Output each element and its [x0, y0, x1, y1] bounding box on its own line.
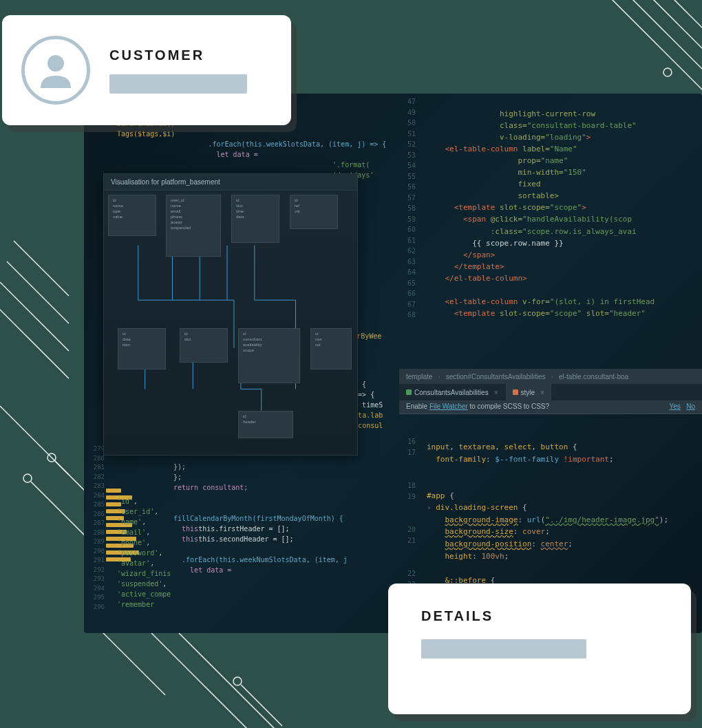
svg-line-3 [661, 0, 702, 41]
field-token: 'id' [117, 497, 134, 505]
line-number: 287 [88, 519, 105, 528]
svg-line-16 [151, 633, 248, 728]
file-watcher-bar: Enable File Watcher to compile SCSS to C… [399, 400, 702, 414]
visualization-panel[interactable]: Visualisation for platform_basement idna… [103, 173, 358, 456]
svg-line-8 [0, 303, 69, 378]
line-number: 281 [88, 463, 105, 473]
breadcrumb: template › section#ConsultantsAvailabili… [399, 369, 702, 384]
svg-line-7 [0, 282, 69, 351]
field-token: 'phone' [117, 539, 146, 546]
customer-name-placeholder [109, 74, 247, 94]
svg-point-9 [23, 474, 32, 482]
code-line: "loading" [545, 133, 586, 142]
svg-line-6 [7, 261, 69, 323]
tab-label: style [521, 389, 535, 396]
details-placeholder [421, 639, 586, 659]
breadcrumb-item[interactable]: section#ConsultantsAvailabilities [446, 373, 546, 381]
code-token: fillCalendarByMonth(firstMondayOfMonth) … [173, 515, 343, 522]
scss-file-icon [513, 389, 518, 395]
svg-line-13 [0, 406, 69, 475]
field-token: 'suspended' [117, 580, 162, 588]
viz-title: Visualisation for platform_basement [104, 174, 357, 191]
svg-point-10 [47, 453, 56, 462]
code-token: '.format( [332, 161, 370, 169]
code-token: .forEach(this.weekSlotsData, (item, j) =… [208, 140, 386, 148]
code-token: .forEach(this.weekNumSlotsData, (item, j [182, 556, 348, 564]
line-number: 293 [88, 575, 105, 584]
details-card: DETAILS [388, 584, 691, 714]
field-token: 'active_compe [117, 590, 171, 598]
line-number: 282 [88, 473, 105, 482]
code-token: Tags($tags,$i) [117, 130, 175, 138]
line-number: 284 [88, 491, 105, 501]
tab-label: ConsultantsAvailabilities [414, 389, 489, 396]
svg-point-4 [663, 68, 672, 76]
line-number: 294 [88, 584, 105, 594]
svg-point-17 [233, 677, 242, 685]
tab-bar: ConsultantsAvailabilities × style × [399, 384, 702, 400]
code-token: this.firstHeader = []; [198, 525, 289, 533]
line-number: 286 [88, 510, 105, 520]
svg-line-0 [599, 0, 702, 103]
tab-consultants[interactable]: ConsultantsAvailabilities × [399, 384, 506, 400]
line-number: 291 [88, 556, 105, 566]
line-number: 289 [88, 537, 105, 547]
watcher-no-link[interactable]: No [686, 403, 695, 410]
svg-line-1 [619, 0, 702, 83]
avatar-icon [21, 36, 90, 105]
line-number: 283 [88, 482, 105, 491]
svg-line-2 [640, 0, 702, 62]
viz-canvas[interactable]: idnametypevalue user_idnameemailphoneava… [104, 191, 357, 453]
line-numbers: 47 4950 5152 5354 5556 5758 5960 6162 63… [399, 96, 420, 321]
field-token: 'avatar' [117, 559, 150, 567]
details-title: DETAILS [421, 608, 658, 624]
customer-title: CUSTOMER [109, 47, 272, 63]
svg-point-20 [47, 55, 64, 72]
svg-line-18 [241, 685, 282, 726]
code-token: return consultant; [173, 484, 248, 491]
vue-file-icon [406, 389, 412, 395]
field-token: 'name' [117, 518, 142, 526]
line-number: 295 [88, 593, 105, 603]
svg-line-19 [179, 633, 275, 728]
line-number: 296 [88, 603, 105, 612]
line-number: 280 [88, 454, 105, 464]
line-number: 292 [88, 566, 105, 575]
code-line: v-loading= [500, 133, 545, 142]
code-token: }; [173, 473, 182, 481]
code-line: class= [500, 121, 527, 130]
code-token: this.secondHeader = []; [198, 535, 293, 543]
svg-line-5 [14, 241, 69, 296]
svg-line-15 [96, 626, 165, 695]
code-line: "consultant-board-table" [527, 121, 637, 130]
code-line: highlight-current-row [500, 109, 595, 118]
code-line: <el-table-column [445, 144, 518, 153]
field-token: 'password' [117, 549, 158, 557]
line-number: 290 [88, 547, 105, 557]
close-icon[interactable]: × [494, 389, 498, 396]
watcher-yes-link[interactable]: Yes [670, 403, 681, 410]
file-watcher-link[interactable]: File Watcher [429, 403, 468, 410]
customer-card: CUSTOMER [2, 15, 291, 125]
code-token: let data = [217, 151, 258, 158]
line-number: 279 [88, 445, 105, 454]
watcher-text: to compile SCSS to CSS? [469, 403, 549, 410]
field-token: 'user_id' [117, 508, 154, 515]
code-token: let data = [190, 566, 231, 574]
line-number: 288 [88, 528, 105, 538]
close-icon[interactable]: × [540, 389, 544, 396]
line-number: 285 [88, 500, 105, 510]
field-token: 'remember [117, 601, 154, 608]
code-token: }); [173, 463, 186, 471]
field-token: 'wizard_finis [117, 570, 171, 577]
breadcrumb-item[interactable]: el-table.consultant-boa [559, 373, 628, 381]
breadcrumb-item[interactable]: template [406, 373, 432, 381]
tab-style[interactable]: style × [506, 384, 552, 400]
field-token: 'email' [117, 528, 146, 536]
watcher-text: Enable [406, 403, 427, 410]
